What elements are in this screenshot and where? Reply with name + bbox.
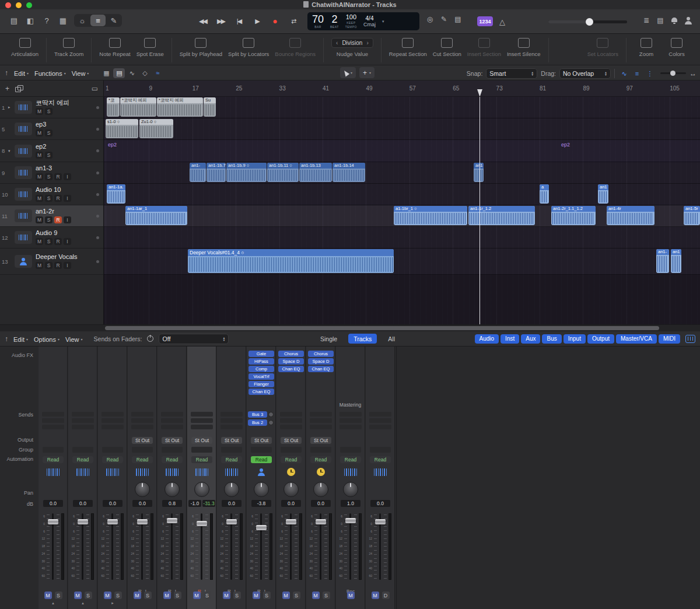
volume-value[interactable]: -1.0 [188,500,201,507]
track-m-button[interactable]: M [36,238,43,245]
fx-slot[interactable]: Chorus [308,351,334,357]
fx-slot[interactable]: Comp [249,366,274,372]
group-slot[interactable] [221,447,242,453]
track-i-button[interactable]: I [64,173,71,180]
automation-button[interactable]: Read [221,456,242,463]
region[interactable]: an1-1b.7 [206,163,226,182]
strip-m-button[interactable]: M [104,592,111,599]
flex-icon[interactable]: ∿ [126,68,138,78]
channel-strip[interactable]: ChorusSpace DChan EQSt OutRead0.06061218… [276,346,306,609]
volume-value[interactable]: 0.0 [43,500,63,507]
fader-cap[interactable] [286,519,296,524]
channel-strip[interactable]: St OutRead-1.0-31.3606121824304060RIMS [187,346,216,609]
strip-s-button[interactable]: S [114,592,122,599]
track-zoom-button[interactable]: Track Zoom [52,38,86,62]
collaboration-icon[interactable] [682,15,694,26]
add-track-button[interactable]: + [5,85,9,93]
menu-view[interactable]: View▾ [72,70,89,77]
bar-ruler[interactable]: 191725334149576573818997105 [104,80,700,97]
region[interactable]: an1-4r [607,206,654,225]
channel-strip[interactable]: Read0.0606121824304060MS▴ [68,346,97,609]
volume-fader[interactable]: 606121824304060 [276,511,306,583]
output-button[interactable]: St Out [281,437,302,444]
output-button[interactable]: St Out [162,437,183,444]
track-height-icon[interactable]: ≡ [631,69,643,79]
volume-fader[interactable]: 606121824304060 [217,511,246,583]
track-r-button[interactable]: R [54,216,62,223]
stop-button[interactable]: |◀ [231,14,247,28]
smart-controls-icon[interactable]: ▦ [56,14,70,27]
chevron-left-icon[interactable]: ‹ [336,40,338,46]
output-button[interactable]: St Out [132,437,153,444]
volume-value[interactable]: 0.0 [222,500,242,507]
browsers-icon[interactable]: ▤ [654,15,666,26]
filter-bus[interactable]: Bus [542,334,561,344]
insert-silence-button[interactable]: Insert Silence [505,38,543,62]
track-s-button[interactable]: S [45,262,52,269]
volume-value[interactable]: 0.0 [370,500,390,507]
toolbar-toggle-icon[interactable]: ▤ [7,14,21,27]
fader-cap[interactable] [78,519,88,524]
stack-chevron-icon[interactable]: ▸ [98,601,127,606]
strip-s-button[interactable]: S [293,592,300,599]
arrange-lane[interactable]: s1-0 ○Zu1-0 ○ [104,118,700,140]
channel-strip[interactable]: ChorusSpace DChan EQSt OutRead0.06061218… [306,346,335,609]
strip-m-button[interactable]: M [163,592,171,599]
track-icon[interactable] [15,145,32,158]
menu-functions[interactable]: Functions▾ [34,70,66,77]
fx-slot[interactable]: Chan EQ [249,388,274,395]
fx-slot[interactable]: VocalTrf [249,373,274,380]
output-button[interactable]: St Out [191,437,212,444]
volume-fader[interactable]: 606121824304060 [128,511,157,583]
volume-value[interactable]: 0.0 [132,500,152,507]
output-button[interactable]: St Out [251,437,272,444]
group-slot[interactable] [102,447,123,453]
region[interactable]: an1-1b.9 ○ [226,163,267,182]
volume-fader[interactable]: 606121824304060 [98,511,127,583]
disclosure-icon[interactable]: ▸ [8,105,15,110]
track-header[interactable]: 10Audio 10MSRI [0,184,103,205]
track-m-button[interactable]: M [36,152,43,159]
track-r-button[interactable]: R [54,238,62,245]
region[interactable]: an1 [598,184,608,204]
forward-button[interactable]: ▶▶ [213,14,229,28]
power-icon[interactable] [147,335,153,342]
play-button[interactable]: ▶ [249,14,265,28]
note-repeat-button[interactable]: Note Repeat [97,38,132,62]
region[interactable]: a [540,184,549,204]
region[interactable]: an1-1ar_1 [125,206,187,225]
region[interactable]: s1-0 ○ [106,119,138,138]
region[interactable]: an1-1b.14 [332,163,365,182]
track-icon[interactable] [15,123,32,135]
volume-fader[interactable]: 606121824304060 [68,511,97,583]
volume-value[interactable]: -3.8 [251,500,271,507]
strip-m-button[interactable]: M [193,592,201,599]
rewind-button[interactable]: ◀◀ [195,14,211,28]
pan-knob[interactable] [194,482,209,497]
strip-m-button[interactable]: M [223,592,230,599]
fx-slot[interactable]: Chan EQ [278,366,304,372]
pointer-tool-button[interactable]: ▾ [340,67,356,78]
strip-s-button[interactable]: S [174,592,181,599]
cut-section-button[interactable]: Cut Section [430,38,464,62]
link-icon[interactable]: ↑ [5,69,8,77]
pan-knob[interactable] [224,482,239,497]
arrange-lane[interactable]: Deeper Vocals#01.4_4 ○an1-an1 [104,249,700,275]
playhead[interactable] [480,97,480,324]
channel-strip[interactable]: GateHiPassCompVocalTrfFlangerChan EQBus … [247,346,276,609]
menu-options[interactable]: Options▾ [34,336,60,343]
track-r-button[interactable]: R [54,195,62,202]
filter-inst[interactable]: Inst [501,334,519,344]
strip-m-button[interactable]: M [253,592,260,599]
list-editors-icon[interactable]: ≣ [640,15,652,26]
playhead-marker[interactable] [477,89,482,97]
track-icon[interactable] [15,101,32,114]
sends-mode-select[interactable]: Off ▲▼ [159,334,229,344]
automation-button[interactable]: Read [251,456,272,463]
horizontal-scrollbar[interactable] [0,324,700,331]
pan-knob[interactable] [313,482,328,497]
output-button[interactable]: St Out [221,437,242,444]
channel-strip[interactable]: St OutRead0.0606121824304060RIMS [128,346,157,609]
strip-s-button[interactable]: S [204,592,211,599]
volume-value[interactable]: 0.0 [311,500,331,507]
